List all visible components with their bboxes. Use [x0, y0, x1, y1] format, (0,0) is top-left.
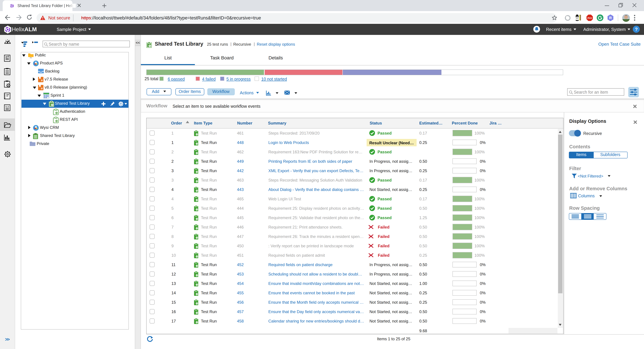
- svg-text:1.1: 1.1: [5, 105, 9, 108]
- svg-text:#: #: [8, 55, 9, 58]
- svg-text:JNote: JNote: [587, 17, 592, 19]
- svg-text:R: R: [609, 16, 612, 20]
- svg-text:?: ?: [635, 27, 638, 32]
